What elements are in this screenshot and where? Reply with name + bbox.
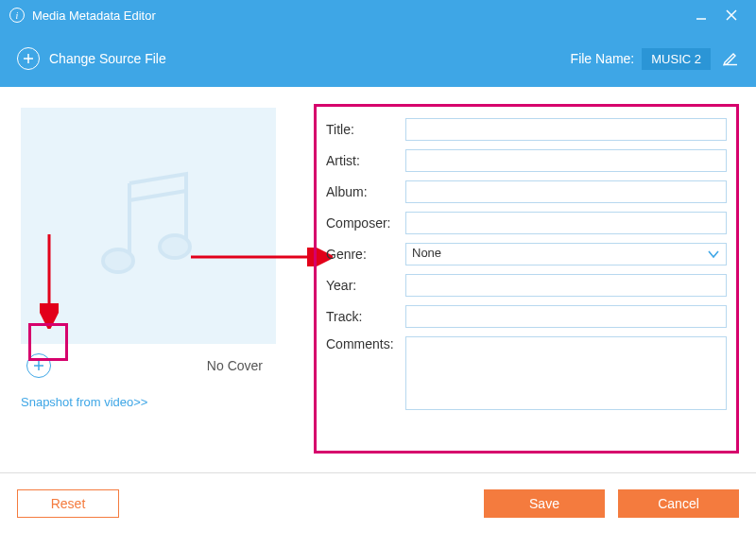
- reset-button[interactable]: Reset: [17, 489, 119, 518]
- title-label: Title:: [326, 122, 405, 137]
- metadata-form-panel: Title: Artist: Album: Composer: Genre: N…: [304, 104, 747, 463]
- chevron-down-icon: [708, 249, 719, 259]
- main: No Cover Snapshot from video>> Title: Ar…: [0, 87, 756, 472]
- genre-label: Genre:: [326, 247, 405, 262]
- toolbar: Change Source File File Name: MUSIC 2: [0, 30, 756, 87]
- comments-label: Comments:: [326, 336, 405, 351]
- track-label: Track:: [326, 309, 405, 324]
- filename-input[interactable]: MUSIC 2: [642, 48, 711, 70]
- cover-preview: [21, 108, 276, 344]
- cover-panel: No Cover Snapshot from video>>: [21, 104, 304, 463]
- music-note-icon: [77, 155, 219, 297]
- edit-filename-icon[interactable]: [722, 49, 739, 69]
- metadata-form: Title: Artist: Album: Composer: Genre: N…: [314, 104, 739, 454]
- svg-point-6: [103, 249, 133, 272]
- track-input[interactable]: [405, 305, 727, 328]
- titlebar: i Media Metadata Editor: [0, 0, 756, 30]
- genre-select[interactable]: None: [405, 243, 727, 265]
- cover-status: No Cover: [207, 358, 263, 373]
- change-source-button[interactable]: Change Source File: [49, 51, 166, 66]
- add-cover-button[interactable]: [26, 353, 51, 378]
- save-button[interactable]: Save: [484, 489, 605, 518]
- cover-actions: No Cover: [21, 344, 276, 385]
- change-source-icon[interactable]: [17, 47, 40, 70]
- info-icon: i: [9, 8, 25, 23]
- svg-point-7: [160, 235, 190, 258]
- year-input[interactable]: [405, 274, 727, 297]
- window-title: Media Metadata Editor: [32, 9, 156, 23]
- comments-input[interactable]: [405, 336, 727, 410]
- footer: Reset Save Cancel: [0, 472, 756, 533]
- artist-label: Artist:: [326, 153, 405, 168]
- album-label: Album:: [326, 184, 405, 199]
- title-input[interactable]: [405, 118, 727, 141]
- year-label: Year:: [326, 278, 405, 293]
- snapshot-link[interactable]: Snapshot from video>>: [21, 395, 304, 409]
- filename-label: File Name:: [571, 51, 635, 66]
- album-input[interactable]: [405, 180, 727, 203]
- minimize-button[interactable]: [686, 0, 716, 30]
- cancel-button[interactable]: Cancel: [618, 489, 739, 518]
- close-button[interactable]: [716, 0, 747, 30]
- composer-input[interactable]: [405, 212, 727, 234]
- composer-label: Composer:: [326, 215, 405, 231]
- artist-input[interactable]: [405, 149, 727, 172]
